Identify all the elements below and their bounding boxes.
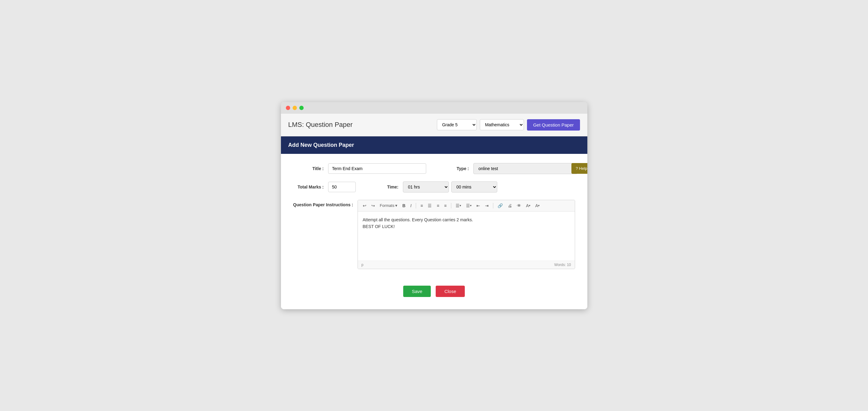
link-button[interactable]: 🔗 <box>496 202 505 209</box>
marks-field: Total Marks : <box>293 182 356 192</box>
print-button[interactable]: 🖨 <box>506 202 514 209</box>
word-count: Words: 10 <box>554 263 571 267</box>
toolbar-separator-2 <box>451 203 451 208</box>
title-label: Title : <box>293 166 324 171</box>
title-field: Title : <box>293 164 426 174</box>
maximize-window-btn[interactable] <box>299 106 304 110</box>
close-button[interactable]: Close <box>436 286 464 297</box>
title-input[interactable] <box>328 164 426 174</box>
instruction-line-1: Attempt all the questions. Every Questio… <box>363 216 570 223</box>
close-window-btn[interactable] <box>286 106 290 110</box>
justify-button[interactable]: ≡ <box>442 202 448 209</box>
align-left-button[interactable]: ≡ <box>418 202 425 209</box>
align-right-button[interactable]: ≡ <box>435 202 441 209</box>
indent-button[interactable]: ⇥ <box>483 202 491 209</box>
top-bar: LMS: Question Paper Grade 1 Grade 2 Grad… <box>281 114 587 137</box>
redo-button[interactable]: ↪ <box>370 202 377 209</box>
formats-dropdown[interactable]: Formats ▾ <box>378 202 400 209</box>
italic-button[interactable]: I <box>408 202 413 209</box>
font-color-button[interactable]: A▾ <box>524 202 532 209</box>
align-center-button[interactable]: ☰ <box>426 202 434 209</box>
instruction-line-2: BEST OF LUCK! <box>363 223 570 230</box>
ordered-list-button[interactable]: ☰▾ <box>464 202 473 209</box>
unordered-list-button[interactable]: ☰▾ <box>454 202 463 209</box>
time-field: Time: 01 hrs 02 hrs 03 hrs 00 mins 15 mi… <box>368 181 497 193</box>
editor-body[interactable]: Attempt all the questions. Every Questio… <box>358 211 575 261</box>
type-field: Type : online test offline test practice… <box>438 163 578 174</box>
instructions-label: Question Paper Instructions : <box>293 200 353 207</box>
editor-footer: p Words: 10 <box>358 261 575 269</box>
editor-toolbar: ↩ ↪ Formats ▾ B I ≡ ☰ ≡ ≡ <box>358 200 575 211</box>
bg-color-button[interactable]: A▾ <box>533 202 541 209</box>
preview-button[interactable]: 👁 <box>515 202 523 209</box>
marks-input[interactable] <box>328 182 356 192</box>
type-label: Type : <box>438 166 469 171</box>
hours-select[interactable]: 01 hrs 02 hrs 03 hrs <box>403 181 449 193</box>
time-label: Time: <box>368 184 399 189</box>
form-row-marks-time: Total Marks : Time: 01 hrs 02 hrs 03 hrs <box>293 181 575 193</box>
form-row-title-type: Title : Type : online test offline test … <box>293 163 575 174</box>
form-area: ? Help Title : Type : online test offlin… <box>281 154 587 309</box>
minutes-select[interactable]: 00 mins 15 mins 30 mins 45 mins <box>451 181 497 193</box>
top-controls: Grade 1 Grade 2 Grade 3 Grade 4 Grade 5 … <box>437 119 580 130</box>
minimize-window-btn[interactable] <box>292 106 297 110</box>
instructions-row: Question Paper Instructions : ↩ ↪ Format… <box>293 200 575 269</box>
toolbar-separator-1 <box>416 203 416 208</box>
panel-heading-text: Add New Question Paper <box>288 142 354 148</box>
app-content: LMS: Question Paper Grade 1 Grade 2 Grad… <box>281 114 587 309</box>
outdent-button[interactable]: ⇤ <box>474 202 482 209</box>
panel-header: Add New Question Paper <box>281 137 587 154</box>
titlebar <box>281 102 587 114</box>
help-button[interactable]: ? Help <box>571 163 587 174</box>
bold-button[interactable]: B <box>400 202 407 209</box>
formats-chevron-icon: ▾ <box>395 203 397 208</box>
save-button[interactable]: Save <box>403 286 431 297</box>
app-window: LMS: Question Paper Grade 1 Grade 2 Grad… <box>281 102 587 309</box>
undo-button[interactable]: ↩ <box>361 202 368 209</box>
subject-select[interactable]: Mathematics Science English History Geog… <box>480 119 524 130</box>
grade-select[interactable]: Grade 1 Grade 2 Grade 3 Grade 4 Grade 5 … <box>437 119 477 130</box>
time-group: 01 hrs 02 hrs 03 hrs 00 mins 15 mins 30 … <box>403 181 497 193</box>
editor-tag: p <box>362 263 364 267</box>
form-actions: Save Close <box>293 286 575 297</box>
type-select[interactable]: online test offline test practice test <box>473 163 578 174</box>
formats-label: Formats <box>380 203 395 208</box>
app-title: LMS: Question Paper <box>288 121 353 129</box>
editor-container: ↩ ↪ Formats ▾ B I ≡ ☰ ≡ ≡ <box>358 200 575 269</box>
toolbar-separator-3 <box>493 203 493 208</box>
marks-label: Total Marks : <box>293 184 324 189</box>
form-grid: Title : Type : online test offline test … <box>293 163 575 297</box>
get-question-paper-button[interactable]: Get Question Paper <box>527 119 580 130</box>
